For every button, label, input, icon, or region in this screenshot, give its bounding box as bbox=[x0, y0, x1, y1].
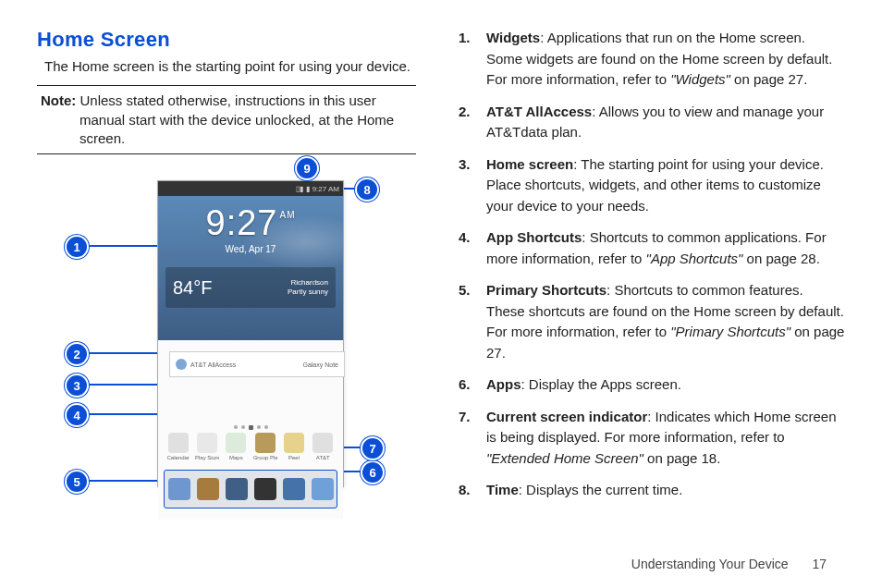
clock-time: 9:27 bbox=[206, 203, 278, 242]
home-screen-figure: ▯▮ ▮ 9:27 AM 9:27AM Wed, Apr 17 84°F Ric… bbox=[65, 171, 416, 522]
allaccess-label: AT&T AllAccess bbox=[190, 361, 236, 368]
legend-after: on page 27. bbox=[730, 71, 807, 87]
legend-item: Apps: Display the Apps screen. bbox=[459, 374, 845, 396]
app-label: Peel bbox=[282, 455, 306, 460]
weather-widget: 84°F Richardson Partly sunny bbox=[165, 267, 336, 308]
tray-icon bbox=[226, 478, 248, 500]
app-shortcut: Play Store bbox=[195, 433, 219, 460]
legend-term: Home screen bbox=[486, 156, 573, 172]
weather-cond: Partly sunny bbox=[288, 288, 328, 296]
tray-icon bbox=[254, 478, 276, 500]
allaccess-widget: AT&T AllAccess Galaxy Note bbox=[169, 351, 345, 377]
wallpaper: 9:27AM Wed, Apr 17 84°F Richardson Partl… bbox=[158, 196, 343, 340]
legend-text: : Displays the current time. bbox=[519, 482, 683, 497]
tray-icon bbox=[312, 478, 334, 500]
app-shortcut: Calendar bbox=[166, 433, 190, 460]
battery-icon: ▮ bbox=[306, 185, 310, 193]
legend-term: Time bbox=[486, 482, 519, 497]
allaccess-device: Galaxy Note bbox=[302, 361, 338, 368]
app-icon bbox=[284, 433, 304, 453]
weather-city: Richardson bbox=[291, 278, 328, 287]
callout-8: 8 bbox=[355, 178, 379, 202]
app-label: Calendar bbox=[166, 455, 190, 460]
legend-term: AT&T AllAccess bbox=[486, 104, 592, 119]
section-title: Home Screen bbox=[37, 28, 416, 52]
legend-item: Current screen indicator: Indicates whic… bbox=[459, 407, 845, 470]
callout-7: 7 bbox=[361, 436, 385, 460]
tray-icon bbox=[283, 478, 305, 500]
weather-temp: 84°F bbox=[173, 277, 212, 299]
legend-ref: "App Shortcuts" bbox=[646, 251, 743, 266]
clock-ampm: AM bbox=[279, 211, 295, 220]
legend-ref: "Primary Shortcuts" bbox=[670, 324, 790, 339]
leader-5 bbox=[76, 480, 165, 482]
note-label: Note: bbox=[41, 92, 76, 108]
callout-3: 3 bbox=[65, 374, 89, 398]
app-icon bbox=[312, 433, 333, 453]
leader-4 bbox=[76, 413, 166, 415]
note-block: Note: Unless stated otherwise, instructi… bbox=[37, 92, 416, 148]
divider bbox=[37, 85, 416, 86]
legend-item: Primary Shortcuts: Shortcuts to common f… bbox=[459, 280, 845, 363]
intro-text: The Home screen is the starting point fo… bbox=[44, 57, 416, 76]
primary-shortcut-tray bbox=[164, 470, 337, 508]
app-label: Group Play bbox=[253, 455, 277, 460]
app-icon bbox=[197, 433, 217, 453]
legend-term: App Shortcuts bbox=[486, 229, 582, 245]
legend-item: Home screen: The starting point for usin… bbox=[459, 154, 845, 217]
divider bbox=[37, 153, 416, 154]
home-panel: AT&T AllAccess Galaxy Note bbox=[158, 340, 343, 422]
footer-section: Understanding Your Device bbox=[631, 557, 789, 571]
callout-4: 4 bbox=[65, 403, 89, 427]
leader-2 bbox=[76, 352, 170, 354]
legend-item: Widgets: Applications that run on the Ho… bbox=[459, 28, 845, 91]
legend-ref: "Extended Home Screen" bbox=[486, 450, 643, 466]
app-icon bbox=[226, 433, 246, 453]
app-label: AT&T bbox=[311, 455, 335, 460]
app-shortcut: Peel bbox=[282, 433, 306, 460]
callout-5: 5 bbox=[65, 470, 89, 494]
status-time: 9:27 AM bbox=[312, 185, 339, 193]
app-label: Maps bbox=[224, 455, 248, 460]
legend-term: Current screen indicator bbox=[486, 409, 647, 424]
legend-item: Time: Displays the current time. bbox=[459, 480, 845, 501]
legend-item: App Shortcuts: Shortcuts to common appli… bbox=[459, 227, 845, 269]
app-shortcut: Group Play bbox=[253, 433, 277, 460]
app-label: Play Store bbox=[195, 455, 219, 460]
device-mock: ▯▮ ▮ 9:27 AM 9:27AM Wed, Apr 17 84°F Ric… bbox=[157, 180, 344, 487]
app-shortcut-row: CalendarPlay StoreMapsGroup PlayPeelAT&T bbox=[158, 433, 343, 468]
legend-ref: "Widgets" bbox=[670, 71, 730, 87]
tray-icon bbox=[168, 478, 190, 500]
clock-date: Wed, Apr 17 bbox=[158, 244, 343, 254]
callout-9: 9 bbox=[295, 156, 319, 180]
signal-icon: ▯▮ bbox=[296, 185, 303, 193]
page-indicator bbox=[158, 422, 343, 433]
legend-text: : Display the Apps screen. bbox=[521, 376, 681, 392]
page-footer: Understanding Your Device 17 bbox=[631, 557, 827, 571]
app-shortcut: AT&T bbox=[311, 433, 335, 460]
legend-term: Primary Shortcuts bbox=[486, 282, 606, 298]
legend-item: AT&T AllAccess: Allows you to view and m… bbox=[459, 102, 845, 143]
legend-after: on page 18. bbox=[643, 450, 720, 466]
callout-1: 1 bbox=[65, 235, 89, 259]
legend-after: on page 28. bbox=[742, 251, 819, 266]
callout-6: 6 bbox=[361, 460, 385, 484]
legend-list: Widgets: Applications that run on the Ho… bbox=[453, 28, 845, 501]
clock-widget: 9:27AM bbox=[158, 196, 343, 240]
callout-2: 2 bbox=[65, 342, 89, 366]
app-icon bbox=[255, 433, 276, 453]
app-icon bbox=[168, 433, 189, 453]
note-text: Unless stated otherwise, instructions in… bbox=[80, 92, 394, 146]
status-bar: ▯▮ ▮ 9:27 AM bbox=[158, 181, 343, 196]
legend-term: Apps bbox=[486, 376, 521, 392]
app-shortcut: Maps bbox=[224, 433, 248, 460]
tray-icon bbox=[197, 478, 219, 500]
footer-page: 17 bbox=[812, 557, 827, 571]
globe-icon bbox=[176, 359, 187, 370]
legend-term: Widgets bbox=[486, 30, 540, 45]
